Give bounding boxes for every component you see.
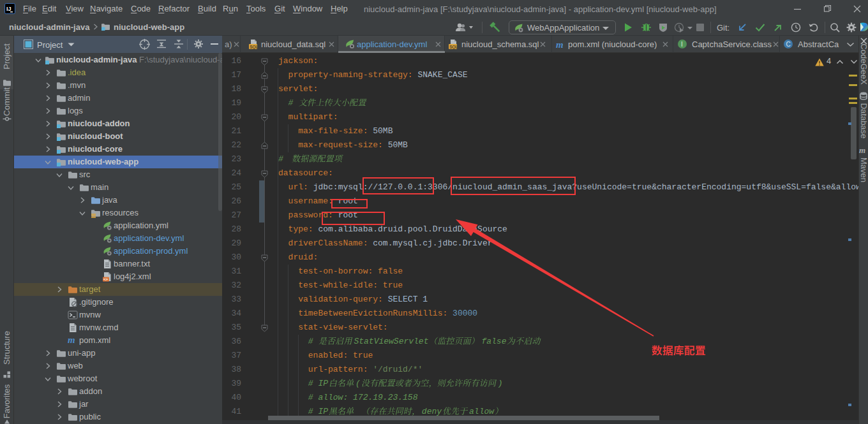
svg-text:SQL: SQL: [250, 45, 258, 50]
svg-text:C: C: [786, 41, 791, 48]
svg-text:I: I: [681, 41, 683, 48]
svg-text:<>: <>: [103, 277, 108, 282]
svg-text:SQL: SQL: [449, 45, 458, 50]
